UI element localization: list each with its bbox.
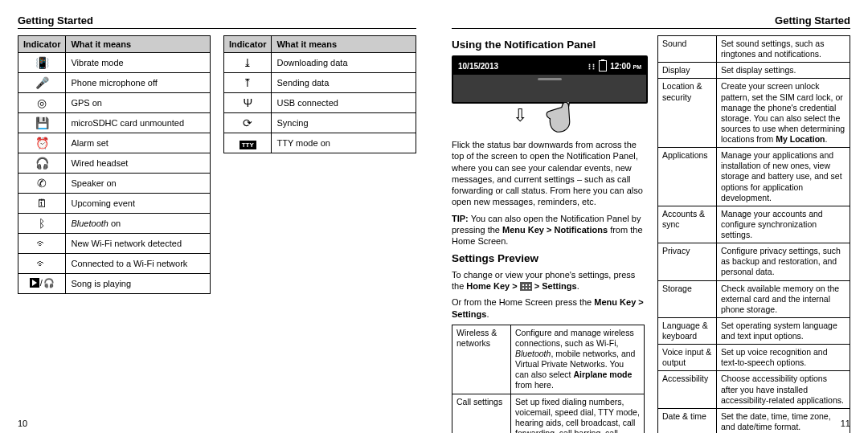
app-grid-icon: [520, 282, 532, 291]
meaning-cell: Vibrate mode: [66, 53, 211, 73]
table-row: ᯤConnected to a Wi-Fi network: [18, 254, 211, 274]
indicator-cell: ᛒ: [18, 214, 66, 234]
settings-table-1: Wireless & networksConfigure and manage …: [452, 325, 645, 433]
meaning-cell: Sending data: [272, 73, 416, 93]
table-row: ⏰Alarm set: [18, 133, 211, 153]
table-row: 🎤Phone microphone off: [18, 73, 211, 93]
indicator-cell: ⤓: [224, 53, 272, 73]
indicator-cell: 💾: [18, 113, 66, 133]
setting-label: Date & time: [658, 408, 717, 433]
indicator-cell: 🎤: [18, 73, 66, 93]
meaning-cell: microSDHC card unmounted: [66, 113, 211, 133]
indicator-cell: ᯤ: [18, 234, 66, 254]
meaning-cell: Bluetooth on: [66, 214, 211, 234]
left-col-2: Indicator What it means ⤓Downloading dat…: [223, 35, 416, 422]
table-row: Call settingsSet up fixed dialing number…: [452, 394, 645, 433]
setting-desc: Configure privacy settings, such as back…: [717, 243, 850, 280]
notification-shade: [453, 75, 646, 102]
swipe-gesture: ⇩: [452, 107, 645, 139]
headset-icon: 🎧: [35, 157, 49, 170]
notif-tip: TIP: You can also open the Notification …: [452, 213, 645, 247]
table-row: 🗓Upcoming event: [18, 194, 211, 214]
page-right: Getting Started Using the Notification P…: [434, 0, 868, 433]
table-row: AccessibilityChoose accessibility option…: [658, 371, 850, 408]
upload-icon: ⤒: [243, 76, 252, 89]
table-row: Wireless & networksConfigure and manage …: [452, 325, 645, 394]
indicator-cell: ✆: [18, 174, 66, 194]
table-row: DisplaySet display settings.: [658, 63, 850, 79]
table-row: ᛒBluetooth on: [18, 214, 211, 234]
meaning-cell: Song is playing: [66, 274, 211, 294]
battery-icon: [599, 60, 607, 71]
setting-label: Display: [658, 63, 717, 79]
setting-label: Sound: [658, 36, 717, 63]
table-row: Language & keyboardSet operating system …: [658, 317, 850, 344]
download-icon: ⤓: [243, 56, 252, 69]
page-number-left: 10: [18, 419, 27, 428]
setting-label: Applications: [658, 148, 717, 206]
indicator-cell: ⤒: [224, 73, 272, 93]
ind-col-indicator: Indicator: [18, 36, 66, 53]
setting-label: Voice input & output: [658, 345, 717, 371]
setting-desc: Set display settings.: [717, 63, 850, 79]
setting-desc: Set the date, time, time zone, and date/…: [717, 408, 850, 433]
meaning-cell: Connected to a Wi-Fi network: [66, 254, 211, 274]
meaning-cell: Syncing: [272, 113, 416, 133]
table-row: SoundSet sound settings, such as rington…: [658, 36, 850, 63]
indicator-table-1: Indicator What it means 📳Vibrate mode🎤Ph…: [18, 35, 211, 294]
setting-desc: Create your screen unlock pattern, set t…: [717, 79, 850, 148]
setting-desc: Set up fixed dialing numbers, voicemail,…: [511, 394, 645, 433]
bluetooth-icon: ᛒ: [39, 217, 45, 230]
table-row: Location & securityCreate your screen un…: [658, 79, 850, 148]
meaning-cell: TTY mode on: [272, 133, 416, 153]
indicator-cell: 🎧: [18, 153, 66, 174]
sync-icon: ⟳: [243, 116, 252, 129]
indicator-cell: 🗓: [18, 194, 66, 214]
table-row: /🎧Song is playing: [18, 274, 211, 294]
status-date: 10/15/2013: [458, 62, 498, 71]
hand-icon: [535, 96, 583, 139]
status-bar: 10/15/2013 ⫶⫶ 12:00 PM: [453, 57, 646, 75]
page-number-right: 11: [841, 419, 850, 428]
settings-preview-p1: To change or view your phone's settings,…: [452, 269, 645, 292]
table-row: ⤒Sending data: [224, 73, 416, 93]
table-row: 🎧Wired headset: [18, 153, 211, 174]
meaning-cell: Speaker on: [66, 174, 211, 194]
setting-desc: Set up voice recognition and text-to-spe…: [717, 345, 850, 371]
drag-handle-icon: [538, 78, 562, 80]
settings-preview-p2: Or from the Home Screen press the Menu K…: [452, 296, 645, 320]
table-row: Date & timeSet the date, time, time zone…: [658, 408, 850, 433]
wifi-conn-icon: ᯤ: [36, 257, 47, 270]
indicator-cell: ⟳: [224, 113, 272, 133]
meaning-cell: USB connected: [272, 93, 416, 113]
meaning-cell: GPS on: [66, 93, 211, 113]
speaker-icon: ✆: [37, 177, 47, 190]
table-row: ✆Speaker on: [18, 174, 211, 194]
setting-desc: Configure and manage wireless connection…: [511, 325, 645, 394]
calendar-icon: 🗓: [36, 197, 47, 210]
meaning-cell: Phone microphone off: [66, 73, 211, 93]
settings-preview-heading: Settings Preview: [452, 252, 645, 264]
wifi-new-icon: ᯤ: [36, 237, 47, 250]
tip-label: TIP:: [452, 214, 469, 223]
ind-col-meaning: What it means: [272, 36, 416, 53]
mic-off-icon: 🎤: [35, 76, 49, 89]
vibrate-icon: 📳: [35, 56, 49, 69]
meaning-cell: Wired headset: [66, 153, 211, 174]
setting-label: Wireless & networks: [452, 325, 511, 394]
alarm-icon: ⏰: [35, 137, 49, 149]
table-row: Accounts & syncManage your accounts and …: [658, 206, 850, 243]
table-row: PrivacyConfigure privacy settings, such …: [658, 243, 850, 280]
status-icons: ⫶⫶ 12:00 PM: [588, 60, 641, 71]
indicator-cell: /🎧: [18, 274, 66, 294]
left-columns: Indicator What it means 📳Vibrate mode🎤Ph…: [18, 35, 416, 422]
indicator-cell: TTY: [224, 133, 272, 153]
meaning-cell: Alarm set: [66, 133, 211, 153]
right-col-b: SoundSet sound settings, such as rington…: [657, 35, 850, 422]
signal-icon: ⫶⫶: [588, 62, 596, 71]
table-row: 📳Vibrate mode: [18, 53, 211, 73]
indicator-cell: 📳: [18, 53, 66, 73]
right-col-a: Using the Notification Panel 10/15/2013 …: [452, 35, 645, 422]
table-row: StorageCheck available memory on the ext…: [658, 280, 850, 317]
table-row: TTYTTY mode on: [224, 133, 416, 153]
